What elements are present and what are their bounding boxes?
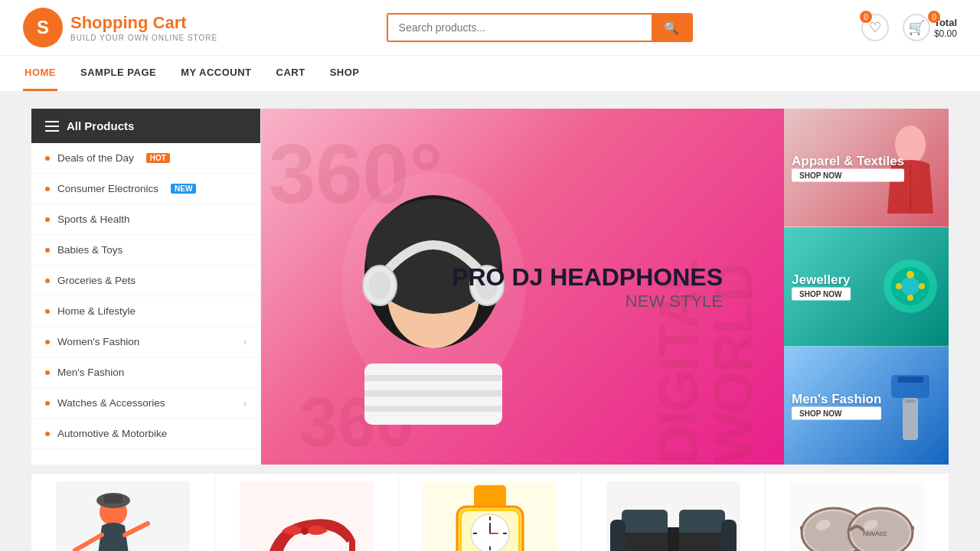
banner-apparel-title: Apparel & Textiles bbox=[792, 154, 904, 169]
main-content: All Products Deals of the Day HOT Consum… bbox=[23, 108, 957, 551]
jewellery-svg bbox=[876, 252, 945, 321]
sidebar-title: All Products bbox=[67, 119, 134, 132]
bullet-icon bbox=[45, 279, 50, 283]
svg-rect-39 bbox=[474, 485, 506, 508]
sidebar-label-sports: Sports & Health bbox=[57, 214, 130, 225]
product-card-watch[interactable] bbox=[399, 474, 583, 551]
sidebar-label-electronics: Consumer Electronics bbox=[57, 183, 158, 194]
search-input[interactable] bbox=[388, 15, 652, 41]
sidebar-label-watches: Watches & Accessories bbox=[57, 397, 165, 409]
product-image-sofa bbox=[582, 474, 765, 551]
nav-shop[interactable]: SHOP bbox=[328, 56, 361, 91]
banner-mens-title: Men's Fashion bbox=[792, 391, 881, 406]
bullet-icon bbox=[45, 309, 50, 314]
hero-subtitle: NEW STYLE bbox=[452, 292, 723, 311]
sidebar: All Products Deals of the Day HOT Consum… bbox=[31, 109, 261, 465]
logo-subtitle: BUILD YOUR OWN ONLINE STORE bbox=[70, 34, 217, 42]
svg-point-16 bbox=[901, 277, 920, 295]
svg-text:NovAcc: NovAcc bbox=[863, 530, 887, 537]
jewellery-shop-now[interactable]: SHOP NOW bbox=[792, 288, 851, 301]
sidebar-item-babies[interactable]: Babies & Toys bbox=[31, 235, 260, 266]
product-card-skater[interactable] bbox=[31, 474, 215, 551]
svg-point-18 bbox=[919, 283, 925, 289]
sidebar-item-electronics[interactable]: Consumer Electronics NEW bbox=[31, 174, 260, 204]
banner-apparel[interactable]: Apparel & Textiles SHOP NOW bbox=[784, 109, 949, 227]
sunglasses-svg: NovAcc bbox=[786, 478, 928, 551]
search-area: 🔍 bbox=[387, 13, 693, 42]
cart-button[interactable]: 0 🛒 Total $0.00 bbox=[903, 14, 957, 41]
sidebar-header: All Products bbox=[31, 109, 260, 143]
wishlist-button[interactable]: 0 ♡ bbox=[861, 14, 889, 41]
product-image-watch bbox=[399, 474, 582, 551]
svg-rect-22 bbox=[897, 377, 923, 383]
nav-my-account[interactable]: MY ACCOUNT bbox=[179, 56, 253, 91]
svg-rect-23 bbox=[903, 398, 918, 440]
nav-home[interactable]: HOME bbox=[23, 56, 57, 91]
product-strip: NovAcc bbox=[31, 473, 949, 551]
sidebar-item-automotive[interactable]: Automotive & Motorbike bbox=[31, 419, 260, 449]
svg-point-17 bbox=[906, 271, 914, 279]
banner-mens-image bbox=[872, 347, 949, 465]
sidebar-item-watches[interactable]: Watches & Accessories › bbox=[31, 388, 260, 419]
cart-icon: 🛒 bbox=[903, 14, 930, 41]
nav-sample-page[interactable]: SAMPLE PAGE bbox=[79, 56, 158, 91]
bullet-icon bbox=[45, 401, 50, 406]
center-area: 360° 360 DIGITAL WORLD bbox=[261, 109, 784, 465]
svg-rect-24 bbox=[905, 399, 916, 403]
product-card-heels[interactable] bbox=[215, 474, 399, 551]
mens-shop-now[interactable]: SHOP NOW bbox=[792, 406, 881, 419]
sidebar-item-men[interactable]: Men's Fashion bbox=[31, 357, 260, 388]
svg-point-5 bbox=[369, 272, 390, 299]
bullet-icon bbox=[45, 340, 50, 344]
product-card-sunglasses[interactable]: NovAcc bbox=[766, 474, 949, 551]
svg-rect-9 bbox=[364, 375, 502, 381]
product-card-sofa[interactable] bbox=[582, 474, 766, 551]
bullet-icon bbox=[45, 156, 50, 161]
banner-mens[interactable]: Men's Fashion SHOP NOW bbox=[784, 347, 949, 465]
chevron-right-icon: › bbox=[243, 398, 247, 409]
svg-rect-28 bbox=[104, 494, 122, 504]
svg-point-37 bbox=[301, 527, 309, 535]
cart-badge: 0 bbox=[928, 11, 940, 23]
apparel-shop-now[interactable]: SHOP NOW bbox=[792, 169, 904, 182]
sidebar-item-deals[interactable]: Deals of the Day HOT bbox=[31, 143, 260, 174]
sidebar-label-automotive: Automotive & Motorbike bbox=[57, 428, 167, 439]
watch-svg bbox=[419, 478, 560, 551]
bullet-icon bbox=[45, 248, 50, 253]
logo-area: S Shopping Cart BUILD YOUR OWN ONLINE ST… bbox=[23, 8, 217, 47]
header: S Shopping Cart BUILD YOUR OWN ONLINE ST… bbox=[0, 0, 980, 56]
header-icons: 0 ♡ 0 🛒 Total $0.00 bbox=[861, 14, 957, 41]
product-image-sunglasses: NovAcc bbox=[766, 474, 949, 551]
sidebar-item-sports[interactable]: Sports & Health bbox=[31, 204, 260, 235]
bullet-icon bbox=[45, 370, 50, 375]
banner-jewellery[interactable]: Jewellery SHOP NOW bbox=[784, 227, 949, 346]
sidebar-item-home[interactable]: Home & Lifestyle bbox=[31, 296, 260, 327]
svg-rect-55 bbox=[679, 533, 725, 551]
banner-jewellery-text: Jewellery SHOP NOW bbox=[792, 272, 851, 301]
bullet-icon bbox=[45, 217, 50, 222]
sidebar-item-groceries[interactable]: Groceries & Pets bbox=[31, 266, 260, 296]
svg-rect-56 bbox=[610, 520, 626, 551]
sidebar-label-deals: Deals of the Day bbox=[57, 152, 134, 164]
sofa-svg bbox=[603, 478, 744, 551]
bullet-icon bbox=[45, 432, 50, 436]
svg-rect-54 bbox=[622, 533, 668, 551]
sidebar-item-women[interactable]: Women's Fashion › bbox=[31, 327, 260, 357]
sidebar-label-babies: Babies & Toys bbox=[57, 244, 122, 256]
svg-rect-11 bbox=[364, 406, 502, 412]
banner-mens-text: Men's Fashion SHOP NOW bbox=[792, 391, 881, 419]
heels-svg bbox=[236, 478, 377, 551]
new-badge: NEW bbox=[171, 184, 196, 194]
hero-banner[interactable]: 360° 360 DIGITAL WORLD bbox=[261, 109, 784, 465]
right-banners: Apparel & Textiles SHOP NOW Jewellery SH… bbox=[784, 109, 949, 465]
search-button[interactable]: 🔍 bbox=[652, 15, 691, 41]
product-image-skater bbox=[31, 474, 214, 551]
svg-point-20 bbox=[907, 295, 913, 301]
skater-svg bbox=[52, 478, 194, 551]
bullet-icon bbox=[45, 187, 50, 191]
nav-cart[interactable]: CART bbox=[275, 56, 307, 91]
main-nav: HOME SAMPLE PAGE MY ACCOUNT CART SHOP bbox=[0, 56, 980, 93]
cart-total-amount: $0.00 bbox=[934, 28, 957, 39]
svg-rect-10 bbox=[364, 390, 502, 396]
content-box: All Products Deals of the Day HOT Consum… bbox=[31, 108, 949, 465]
